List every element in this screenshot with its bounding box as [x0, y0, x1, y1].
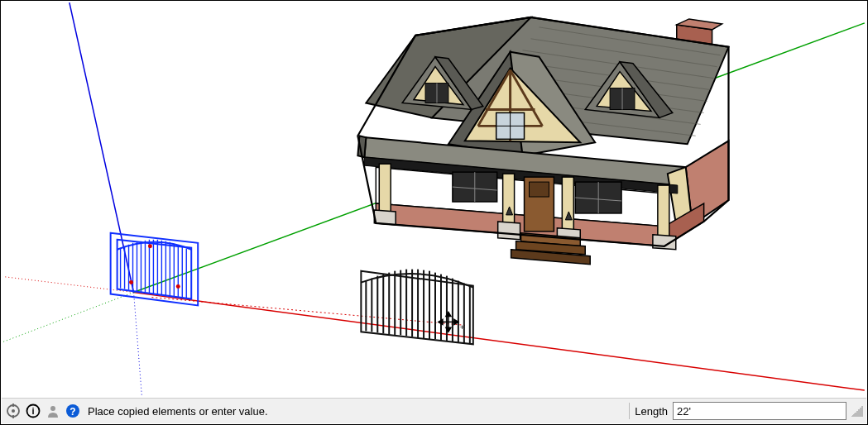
- svg-point-18: [176, 284, 180, 289]
- svg-point-80: [50, 406, 55, 411]
- svg-rect-72: [562, 177, 573, 235]
- front-door: [525, 177, 554, 232]
- svg-point-75: [12, 409, 15, 413]
- measurement-label: Length: [635, 405, 673, 418]
- axis-red: [134, 293, 865, 391]
- viewport-svg: +: [2, 2, 866, 397]
- person-icon[interactable]: [45, 403, 61, 419]
- svg-rect-71: [503, 174, 515, 228]
- credits-icon[interactable]: i: [25, 403, 41, 419]
- axis-green-negative: [3, 293, 133, 342]
- help-icon[interactable]: ?: [65, 403, 81, 419]
- measurement-input[interactable]: [673, 402, 846, 420]
- status-hint: Place copied elements or enter value.: [88, 405, 268, 418]
- svg-text:i: i: [31, 406, 34, 416]
- axis-blue-negative: [134, 293, 142, 397]
- axis-red-negative: [3, 277, 133, 293]
- svg-rect-69: [530, 182, 549, 197]
- 3d-viewport[interactable]: +: [2, 2, 866, 397]
- svg-point-17: [148, 244, 152, 248]
- fence-copy[interactable]: [361, 270, 472, 345]
- svg-text:+: +: [460, 322, 465, 332]
- status-icon-group: i ?: [5, 403, 81, 419]
- window-front-right: [575, 182, 621, 213]
- svg-point-19: [129, 280, 133, 284]
- fence-original-selected[interactable]: [111, 233, 199, 306]
- status-bar: i ? Place copied elements or enter value…: [2, 398, 866, 423]
- svg-text:?: ?: [70, 406, 75, 418]
- svg-rect-70: [379, 164, 391, 213]
- geo-location-icon[interactable]: [5, 403, 22, 419]
- svg-rect-73: [658, 185, 669, 240]
- resize-grip-icon: [851, 405, 863, 417]
- window-front-left: [453, 172, 497, 202]
- house[interactable]: [357, 17, 728, 265]
- separator: [629, 403, 630, 419]
- app-frame: +: [0, 0, 868, 425]
